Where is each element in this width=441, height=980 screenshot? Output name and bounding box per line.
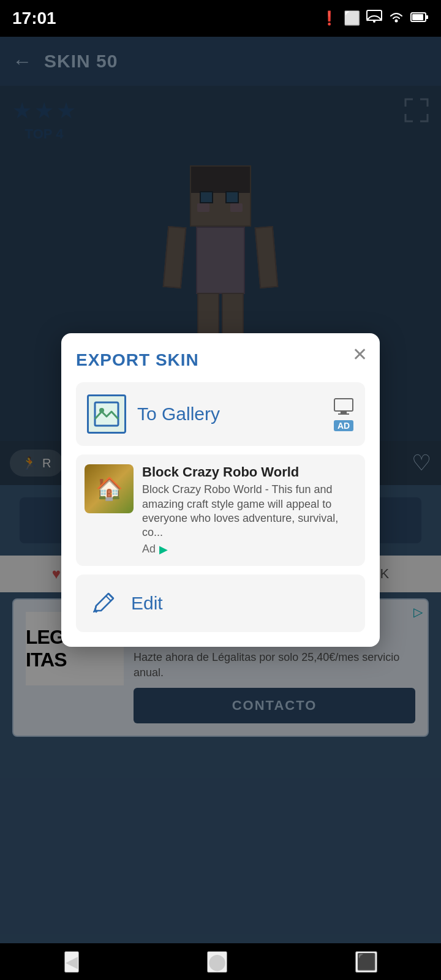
svg-rect-8 (334, 399, 353, 411)
play-store-icon: ▶ (159, 543, 168, 556)
edit-label: Edit (131, 593, 354, 614)
game-title: Block Crazy Robo World (142, 464, 356, 480)
status-icons: ❗ ⬜ (321, 10, 429, 27)
svg-rect-10 (338, 413, 349, 415)
edit-option[interactable]: Edit (76, 575, 365, 632)
cast-icon (366, 10, 382, 27)
nav-bar: ◀ ⬤ ⬛ (0, 943, 441, 980)
svg-point-1 (373, 20, 375, 23)
ad-game-option[interactable]: 🏠 Block Crazy Robo World Block Crazy Rob… (76, 454, 365, 566)
game-info: Block Crazy Robo World Block Crazy Robo … (142, 464, 356, 556)
gallery-ad-indicator: AD (333, 398, 354, 431)
ad-game-label: Ad (142, 543, 156, 556)
game-desc: Block Crazy Robo World - This fun and am… (142, 483, 356, 540)
dialog-overlay: EXPORT SKIN ✕ To Gallery (0, 37, 441, 943)
nav-home-button[interactable]: ⬤ (207, 951, 227, 973)
gallery-icon (87, 394, 126, 434)
status-time: 17:01 (12, 9, 56, 28)
bg-icon: ⬜ (344, 10, 360, 26)
dialog-title: EXPORT SKIN (76, 350, 365, 370)
status-bar: 17:01 ❗ ⬜ (0, 0, 441, 37)
screen-icon (333, 398, 354, 420)
to-gallery-option[interactable]: To Gallery AD (76, 382, 365, 446)
svg-rect-5 (426, 15, 428, 19)
game-footer: Ad ▶ (142, 543, 356, 556)
svg-point-2 (395, 20, 398, 23)
battery-icon (410, 10, 429, 26)
to-gallery-label: To Gallery (137, 404, 322, 424)
nav-recent-button[interactable]: ⬛ (355, 951, 377, 973)
nav-back-button[interactable]: ◀ (64, 951, 79, 973)
svg-rect-9 (341, 411, 347, 413)
pencil-icon (87, 587, 120, 620)
svg-rect-4 (412, 14, 423, 20)
wifi-icon (388, 10, 404, 27)
dialog-close-button[interactable]: ✕ (352, 345, 368, 364)
ad-label: AD (334, 420, 353, 431)
export-skin-dialog: EXPORT SKIN ✕ To Gallery (61, 333, 380, 647)
game-thumbnail: 🏠 (85, 464, 134, 513)
notif-icon: ❗ (321, 10, 337, 26)
